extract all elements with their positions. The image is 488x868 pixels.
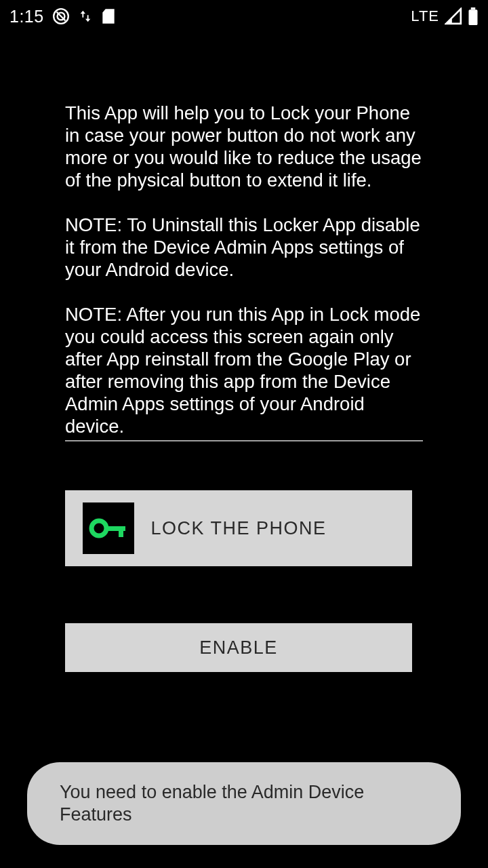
sd-card-icon: [101, 7, 116, 25]
data-transfer-icon: [78, 9, 93, 24]
enable-button-label: ENABLE: [199, 637, 278, 658]
lock-button-label: LOCK THE PHONE: [150, 518, 326, 539]
svg-point-5: [92, 521, 106, 536]
enable-button[interactable]: ENABLE: [65, 623, 412, 672]
lock-phone-button[interactable]: LOCK THE PHONE: [65, 490, 412, 566]
main-content: This App will help you to Lock your Phon…: [0, 33, 488, 672]
status-left: 1:15: [9, 7, 116, 26]
status-time: 1:15: [9, 7, 44, 26]
svg-rect-6: [105, 526, 125, 531]
do-not-disturb-icon: [52, 7, 70, 25]
toast-message: You need to enable the Admin Device Feat…: [27, 762, 461, 845]
svg-rect-7: [119, 530, 123, 537]
status-right: LTE: [411, 7, 479, 25]
key-icon: [83, 502, 134, 554]
battery-icon: [468, 7, 479, 25]
app-description: This App will help you to Lock your Phon…: [65, 102, 423, 441]
svg-rect-3: [471, 7, 476, 9]
signal-icon: [445, 7, 462, 25]
network-label: LTE: [411, 7, 439, 25]
button-container: LOCK THE PHONE ENABLE: [65, 490, 423, 672]
status-bar: 1:15 LTE: [0, 0, 488, 33]
toast-text: You need to enable the Admin Device Feat…: [60, 782, 364, 825]
svg-rect-4: [469, 9, 478, 25]
